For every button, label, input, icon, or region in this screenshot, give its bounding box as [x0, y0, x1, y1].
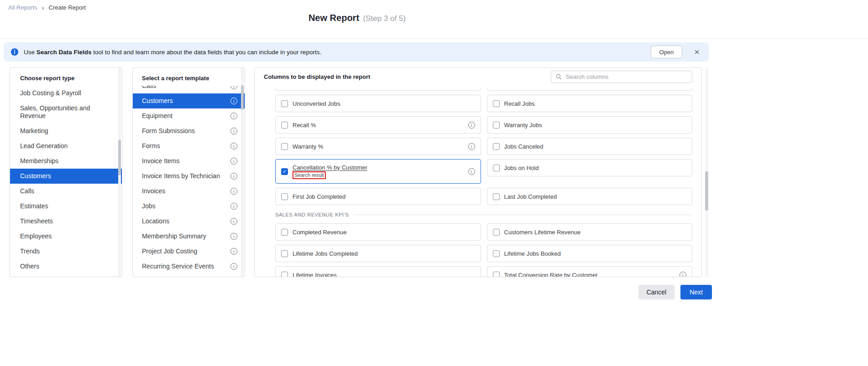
info-icon[interactable]	[230, 203, 237, 210]
template-item[interactable]: Locations	[133, 214, 245, 229]
column-item[interactable]: Warranty Jobs	[487, 116, 693, 134]
template-item[interactable]: Project Job Costing	[133, 244, 245, 259]
column-item[interactable]: Recall %	[275, 116, 481, 134]
template-item[interactable]: Invoices	[133, 184, 245, 199]
cancel-button[interactable]: Cancel	[638, 285, 675, 299]
info-icon[interactable]	[230, 113, 237, 119]
column-label: First Job Completed	[293, 193, 345, 200]
column-label: Jobs Canceled	[504, 143, 544, 150]
report-type-item-selected[interactable]: Customers	[10, 169, 122, 184]
column-item[interactable]: Lifetime Invoices	[275, 266, 481, 277]
column-item[interactable]: First Job Completed	[275, 188, 481, 205]
column-item[interactable]: Recall Jobs	[487, 95, 693, 112]
checkbox[interactable]	[493, 122, 500, 129]
info-icon[interactable]	[230, 173, 237, 180]
checkbox[interactable]	[281, 122, 288, 129]
info-icon[interactable]	[230, 233, 237, 240]
open-button[interactable]: Open	[651, 46, 683, 58]
checkbox[interactable]	[493, 100, 500, 107]
checkbox[interactable]	[281, 272, 288, 278]
scrollbar-thumb[interactable]	[241, 85, 244, 110]
column-label: Total Conversion Rate by Customer	[504, 272, 598, 278]
checkbox-checked[interactable]	[281, 168, 288, 175]
template-item[interactable]: Invoice Items by Technician	[133, 169, 245, 184]
template-item-label: Membership Summary	[142, 232, 206, 240]
close-icon[interactable]: ×	[694, 47, 700, 57]
scrollbar-thumb[interactable]	[705, 171, 708, 211]
template-item[interactable]: Recurring Service Events	[133, 259, 245, 273]
column-item[interactable]: Warranty %	[275, 138, 481, 155]
report-type-item[interactable]: Employees	[10, 229, 122, 244]
template-item[interactable]: Membership Summary	[133, 229, 245, 244]
checkbox[interactable]	[281, 250, 288, 257]
column-item[interactable]: Customers Lifetime Revenue	[487, 223, 693, 241]
checkbox[interactable]	[281, 229, 288, 236]
template-item[interactable]: Equipment	[133, 108, 245, 124]
column-item[interactable]: Jobs Canceled	[487, 138, 693, 155]
template-item-label: Equipment	[142, 112, 173, 120]
column-item[interactable]: Jobs on Hold	[487, 159, 693, 176]
info-icon[interactable]	[230, 158, 237, 165]
info-icon[interactable]	[230, 218, 237, 225]
column-item[interactable]: Lifetime Jobs Booked	[487, 245, 693, 262]
next-button[interactable]: Next	[680, 285, 712, 299]
checkbox[interactable]	[281, 143, 288, 150]
report-type-item[interactable]: Trends	[10, 244, 122, 259]
info-icon[interactable]	[468, 122, 475, 129]
column-label: Jobs on Hold	[504, 165, 539, 171]
column-item[interactable]: Completed Revenue	[275, 223, 481, 241]
column-label: Lifetime Jobs Booked	[504, 250, 561, 257]
template-item[interactable]: Calls	[133, 86, 245, 93]
checkbox[interactable]	[493, 193, 500, 200]
checkbox[interactable]	[493, 165, 500, 171]
template-item-selected[interactable]: Customers	[133, 93, 245, 108]
template-item[interactable]: Invoice Items	[133, 154, 245, 169]
column-item[interactable]: Last Job Completed	[487, 188, 693, 205]
report-type-item[interactable]: Timesheets	[10, 214, 122, 229]
info-icon[interactable]	[468, 168, 475, 175]
info-icon[interactable]	[230, 188, 237, 195]
column-label: Cancellation % by Customer	[293, 164, 367, 171]
column-label: Warranty Jobs	[504, 122, 542, 129]
report-type-item[interactable]: Lead Generation	[10, 139, 122, 154]
breadcrumb-create-report: Create Report	[49, 4, 86, 11]
info-icon[interactable]	[680, 272, 686, 278]
report-template-panel-title: Select a report template	[133, 68, 245, 86]
info-icon[interactable]	[230, 128, 237, 134]
page-title-text: New Report	[309, 13, 359, 23]
report-type-item[interactable]: Marketing	[10, 124, 122, 139]
info-icon[interactable]	[230, 98, 237, 104]
report-type-item[interactable]: Estimates	[10, 199, 122, 214]
info-icon[interactable]	[230, 263, 237, 270]
clipped-row	[487, 88, 693, 91]
info-icon[interactable]	[230, 86, 237, 89]
report-type-item[interactable]: Memberships	[10, 154, 122, 169]
scrollbar-thumb[interactable]	[118, 140, 121, 175]
search-result-badge: Search result	[293, 171, 326, 179]
checkbox[interactable]	[281, 100, 288, 107]
breadcrumb-all-reports[interactable]: All Reports	[8, 4, 37, 11]
column-item[interactable]: Total Conversion Rate by Customer	[487, 266, 693, 277]
column-item-selected[interactable]: Cancellation % by Customer Search result	[275, 159, 481, 184]
info-icon[interactable]	[468, 143, 475, 150]
checkbox[interactable]	[493, 143, 500, 150]
info-icon[interactable]	[230, 143, 237, 149]
column-item[interactable]: Unconverted Jobs	[275, 95, 481, 112]
checkbox[interactable]	[493, 250, 500, 257]
checkbox[interactable]	[281, 193, 288, 200]
info-icon[interactable]	[230, 248, 237, 255]
report-type-item[interactable]: Job Costing & Payroll	[10, 86, 122, 101]
report-type-item[interactable]: Others	[10, 259, 122, 274]
report-type-item[interactable]: Sales, Opportunities and Revenue	[10, 101, 122, 124]
template-item[interactable]: Form Submissions	[133, 124, 245, 139]
template-item[interactable]: Jobs	[133, 199, 245, 214]
column-item[interactable]: Lifetime Jobs Completed	[275, 245, 481, 262]
checkbox[interactable]	[493, 272, 500, 278]
column-label: Warranty %	[293, 143, 323, 150]
report-type-item[interactable]: Calls	[10, 184, 122, 199]
report-type-panel-title: Choose report type	[10, 68, 122, 86]
column-label: Customers Lifetime Revenue	[504, 229, 581, 236]
template-item[interactable]: Forms	[133, 139, 245, 154]
search-columns-input[interactable]	[551, 71, 692, 83]
checkbox[interactable]	[493, 229, 500, 236]
